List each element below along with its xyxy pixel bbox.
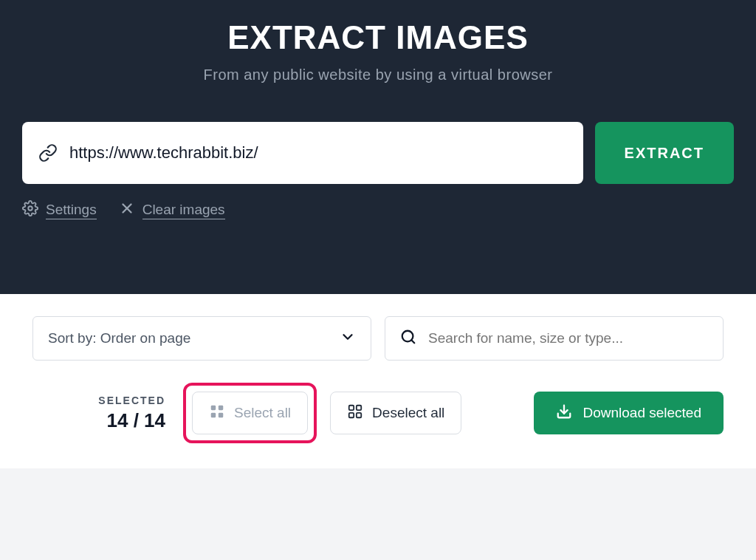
select-all-highlight: Select all — [183, 383, 317, 443]
extract-button[interactable]: EXTRACT — [595, 122, 734, 184]
svg-line-4 — [411, 340, 414, 343]
selected-count-value: 14 / 14 — [32, 409, 165, 432]
url-input-container[interactable] — [22, 122, 583, 184]
svg-rect-11 — [349, 412, 354, 417]
grid-outline-icon — [347, 403, 363, 423]
deselect-all-button[interactable]: Deselect all — [330, 392, 461, 434]
link-icon — [38, 143, 58, 163]
hero-action-links: Settings Clear images — [22, 200, 734, 220]
select-all-button[interactable]: Select all — [192, 392, 308, 434]
svg-point-0 — [28, 206, 32, 211]
search-input[interactable] — [428, 330, 708, 346]
sort-dropdown[interactable]: Sort by: Order on page — [32, 316, 371, 361]
select-all-label: Select all — [234, 405, 291, 421]
selected-count-label: SELECTED — [32, 395, 165, 406]
controls-row: SELECTED 14 / 14 Select all Deselect all… — [32, 383, 724, 443]
chevron-down-icon — [340, 329, 356, 349]
download-selected-button[interactable]: Download selected — [534, 392, 724, 434]
hero-section: EXTRACT IMAGES From any public website b… — [0, 0, 756, 294]
page-subtitle: From any public website by using a virtu… — [22, 66, 734, 83]
deselect-all-label: Deselect all — [372, 405, 444, 421]
settings-link-label: Settings — [46, 202, 97, 219]
page-title: EXTRACT IMAGES — [22, 19, 734, 56]
close-icon — [119, 200, 135, 220]
svg-rect-7 — [211, 412, 216, 417]
url-input[interactable] — [69, 143, 567, 163]
sort-dropdown-label: Sort by: Order on page — [48, 330, 190, 346]
gear-icon — [22, 200, 38, 220]
download-icon — [556, 403, 572, 423]
settings-link[interactable]: Settings — [22, 200, 97, 220]
svg-rect-10 — [357, 405, 361, 409]
svg-rect-8 — [219, 412, 223, 417]
svg-rect-12 — [357, 412, 361, 417]
download-selected-label: Download selected — [583, 405, 701, 421]
search-box[interactable] — [385, 316, 724, 361]
selected-count-block: SELECTED 14 / 14 — [32, 395, 165, 432]
clear-images-link[interactable]: Clear images — [119, 200, 225, 220]
clear-images-link-label: Clear images — [142, 202, 225, 219]
filters-row: Sort by: Order on page — [32, 316, 724, 361]
grid-solid-icon — [209, 403, 225, 423]
search-icon — [400, 329, 428, 349]
svg-rect-9 — [349, 405, 354, 409]
results-panel: Sort by: Order on page SELECTED 14 / 14 … — [0, 294, 756, 468]
svg-rect-5 — [211, 405, 216, 409]
url-extract-row: EXTRACT — [22, 122, 734, 184]
svg-rect-6 — [219, 405, 223, 409]
